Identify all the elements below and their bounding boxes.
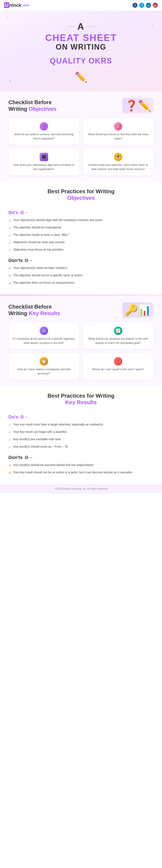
checklist-kr-card-text-1: If I completed all the actions for a spe… [12, 337, 76, 345]
bp-dots: · · · · · · · · · · [8, 203, 154, 205]
kr-donts-list: ✕ Key result(s) should be outcome-based … [8, 463, 154, 475]
donts-title: Don'ts ⊙→ [8, 258, 154, 263]
checklist-kr-icon: 🔑📊 [122, 302, 154, 318]
location-icon: 📍 [114, 357, 122, 366]
linkedin-icon[interactable]: in [146, 3, 151, 8]
kr-dos-item-1: ✓ Your key result must have a target att… [8, 422, 154, 428]
logo-main: Unlock [4, 3, 21, 8]
check-icon-5: ✓ [8, 248, 11, 253]
checklist-card-4: 👁️ If others read your objective, will i… [83, 148, 154, 176]
checklist-kr-header: Checklist Before Writing Key Results 🔑📊 [8, 302, 154, 318]
gear-icon: ⚙️ [40, 327, 48, 335]
dos-title: Do's ⊙→ [8, 210, 154, 215]
bp-kr-section: Best Practices for Writing Key Results ·… [0, 386, 162, 484]
kr-donts-arrow-icon: ⊙→ [25, 455, 33, 460]
kr-cross-icon-2: ✕ [8, 470, 11, 475]
cross-icon-2: ✕ [8, 273, 11, 278]
social-icons: f t in ig [132, 3, 158, 8]
checklist-card-2: 🎯 What should you focus on first that ad… [83, 118, 154, 145]
checklist-card-text-4: If others read your objective, will it i… [86, 163, 150, 171]
hero-line2: CHEAT SHEET [13, 33, 149, 42]
donts-section: Don'ts ⊙→ ✕ Your objective(s) need not h… [8, 258, 154, 286]
kr-dos-item-3: ✓ Key result(s) are trackable over time. [8, 437, 154, 442]
checklist-card-text-1: What do you want to achieve, and why ach… [12, 132, 76, 141]
check-icon-2: ✓ [8, 225, 11, 230]
bp-objectives-section: Best Practices for Writing Objectives · … [0, 182, 162, 294]
kr-check-icon-1: ✓ [8, 423, 11, 428]
footer: ©2022 Infopro Learning, Inc. All rights … [0, 484, 162, 494]
align-icon: ⬛ [40, 153, 48, 161]
kr-dos-item-4: ✓ Key result(s) should move as – From – … [8, 444, 154, 450]
donts-item-3: ✕ The objective does not focus on measur… [8, 281, 154, 286]
kr-dos-list: ✓ Your key result must have a target att… [8, 422, 154, 450]
page: Unlock .OKR f t in ig ✕ ✕ A CHEAT SHEET … [0, 0, 162, 494]
logo-okr: .OKR [22, 4, 29, 7]
dos-list: ✓ Your objective(s) should align with th… [8, 218, 154, 253]
cross-icon-3: ✕ [8, 281, 11, 286]
kr-donts-item-1: ✕ Key result(s) should be outcome-based … [8, 463, 154, 468]
checklist-kr-card-4: 📍 Where do I see myself in the next 5 ye… [83, 353, 154, 380]
checklist-objectives-icon: ❓✏️ [122, 98, 154, 114]
bp-objectives-title: Best Practices for Writing Objectives [8, 188, 154, 201]
instagram-icon[interactable]: ig [153, 3, 158, 8]
checklist-objectives-title: Checklist Before Writing Objectives [8, 99, 57, 112]
donts-arrow-icon: ⊙→ [25, 258, 33, 263]
bp-kr-title: Best Practices for Writing Key Results [8, 393, 154, 406]
check-icon-4: ✓ [8, 240, 11, 245]
kr-cross-icon-1: ✕ [8, 463, 11, 468]
pencil-decoration: ✏️ [13, 71, 149, 83]
facebook-icon[interactable]: f [132, 3, 137, 8]
donts-item-2: ✕ The objective should not be a specific… [8, 273, 154, 278]
hero-section: ✕ ✕ A CHEAT SHEET ON WRITING · · · · · ·… [0, 11, 162, 92]
read-icon: 👁️ [114, 153, 122, 161]
kr-donts-title: Don'ts ⊙→ [8, 455, 154, 460]
checklist-kr-card-text-2: What should my company accomplish in the… [86, 337, 150, 345]
checklist-kr-section: Checklist Before Writing Key Results 🔑📊 … [0, 296, 162, 386]
checklist-objectives-section: Checklist Before Writing Objectives ❓✏️ … [0, 92, 162, 182]
checklist-card-1: ❓ What do you want to achieve, and why a… [8, 118, 79, 145]
question-icon-1: ❓ [40, 122, 48, 130]
checklist-card-text-2: What should you focus on first that adds… [86, 132, 150, 141]
checklist-kr-card-3: ⏱️ How do I track metrics consistently a… [8, 353, 79, 380]
checklist-card-3: ⬛ How does your objective(s) align and c… [8, 148, 79, 176]
kr-donts-item-2: ✕ Your key result should not be an actio… [8, 470, 154, 475]
dos-item-1: ✓ Your objective(s) should align with th… [8, 218, 154, 223]
kr-donts-section: Don'ts ⊙→ ✕ Key result(s) should be outc… [8, 455, 154, 475]
kr-check-icon-3: ✓ [8, 437, 11, 442]
bp-kr-dots: · · · · · · · · · · [8, 407, 154, 409]
target-icon: 🎯 [114, 122, 122, 130]
kr-dos-section: Do's ⊙→ ✓ Your key result must have a ta… [8, 414, 154, 450]
header: Unlock .OKR f t in ig [0, 0, 162, 11]
donts-item-1: ✕ Your objective(s) need not have number… [8, 266, 154, 271]
check-icon-1: ✓ [8, 218, 11, 223]
hero-line3: ON WRITING [13, 42, 149, 52]
checklist-kr-grid: ⚙️ If I completed all the actions for a … [8, 322, 154, 380]
checklist-objectives-grid: ❓ What do you want to achieve, and why a… [8, 118, 154, 176]
hero-line1: A [77, 21, 85, 32]
twitter-icon[interactable]: t [139, 3, 144, 8]
hero-line4: QUALITY OKRS [13, 57, 149, 65]
checklist-kr-card-text-4: Where do I see myself in the next 5 year… [86, 367, 150, 371]
logo[interactable]: Unlock .OKR [4, 3, 29, 8]
check-icon-3: ✓ [8, 233, 11, 238]
kr-dos-title: Do's ⊙→ [8, 414, 154, 420]
checklist-kr-card-1: ⚙️ If I completed all the actions for a … [8, 322, 79, 349]
donts-list: ✕ Your objective(s) need not have number… [8, 266, 154, 286]
checklist-kr-card-text-3: How do I track metrics consistently and … [12, 367, 76, 375]
dos-arrow-icon: ⊙→ [20, 210, 29, 215]
section-divider-1 [0, 294, 162, 296]
dos-item-2: ✓ The objective should be inspirational. [8, 225, 154, 230]
chart-icon: 📈 [114, 327, 122, 335]
checklist-kr-card-2: 📈 What should my company accomplish in t… [83, 322, 154, 349]
checklist-card-text-3: How does your objective(s) align and con… [12, 163, 76, 171]
checklist-objectives-header: Checklist Before Writing Objectives ❓✏️ [8, 98, 154, 114]
clock-icon: ⏱️ [40, 357, 48, 366]
cross-icon-1: ✕ [8, 266, 11, 271]
kr-check-icon-4: ✓ [8, 445, 11, 450]
dos-section: Do's ⊙→ ✓ Your objective(s) should align… [8, 210, 154, 253]
dos-item-4: ✓ Objectives should be clear and concise… [8, 240, 154, 245]
kr-check-icon-2: ✓ [8, 430, 11, 435]
kr-dos-arrow-icon: ⊙→ [20, 414, 29, 420]
dos-item-5: ✓ Objectives must focus on top prioritie… [8, 247, 154, 253]
checklist-kr-title: Checklist Before Writing Key Results [8, 304, 60, 317]
